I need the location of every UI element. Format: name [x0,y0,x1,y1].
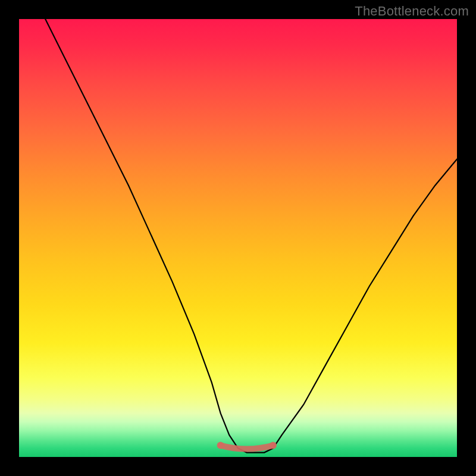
bottleneck-curve [45,19,457,453]
trough-highlight [221,446,273,449]
trough-end-left [217,442,224,449]
plot-area [19,19,457,457]
chart-svg [19,19,457,457]
trough-end-right [270,442,277,449]
chart-frame: TheBottleneck.com [0,0,476,476]
watermark-text: TheBottleneck.com [355,4,469,19]
